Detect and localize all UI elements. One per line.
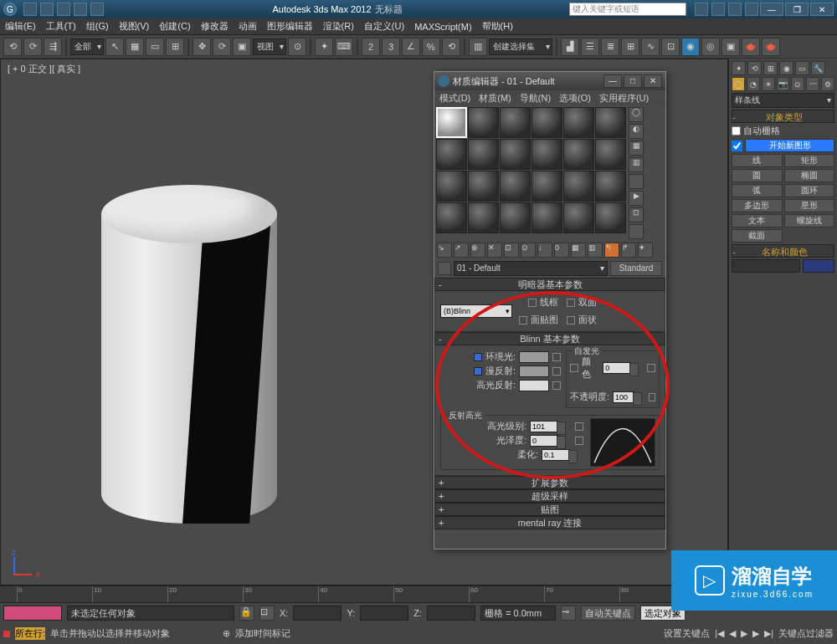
menu-item[interactable]: 实用程序(U)	[599, 92, 649, 105]
star-icon[interactable]	[728, 3, 742, 16]
panel-create-icon[interactable]: ✦	[732, 61, 746, 75]
sample-slot[interactable]	[500, 171, 531, 202]
sample-slot[interactable]	[531, 202, 562, 233]
speclevel-spinner[interactable]: 101	[530, 421, 558, 432]
menu-item[interactable]: 工具(T)	[46, 20, 76, 33]
sample-uv-icon[interactable]: ▥	[629, 157, 644, 172]
select-icon[interactable]: ↖	[105, 38, 124, 56]
play-start-icon[interactable]: |◀	[715, 628, 724, 639]
dialog-minimize-button[interactable]: —	[603, 74, 622, 88]
shader-combo[interactable]: (B)Blinn	[440, 304, 512, 318]
put-to-scene-icon[interactable]: ↗	[454, 243, 469, 258]
layers-icon[interactable]: ≣	[601, 38, 619, 56]
go-parent-icon[interactable]: ↰	[604, 243, 619, 258]
rollout-header[interactable]: +mental ray 连接	[434, 516, 665, 529]
make-preview-icon[interactable]: ▶	[629, 191, 644, 206]
mat-id-icon[interactable]: 0	[554, 243, 569, 258]
sample-slot[interactable]	[500, 107, 531, 138]
sample-slot[interactable]	[563, 139, 594, 170]
panel-modify-icon[interactable]: ⟲	[747, 61, 762, 75]
select-by-mat-icon[interactable]	[629, 224, 644, 239]
selection-filter-combo[interactable]: 全部	[70, 38, 104, 55]
rollout-header[interactable]: +贴图	[434, 503, 665, 516]
search-icon[interactable]	[695, 3, 708, 16]
material-editor-icon[interactable]: ◉	[681, 38, 700, 56]
rollout-header[interactable]: +超级采样	[434, 489, 665, 503]
pivot-icon[interactable]: ⊙	[288, 38, 306, 56]
diffuse-swatch[interactable]	[519, 365, 549, 377]
dialog-close-button[interactable]: ✕	[644, 74, 662, 88]
play-next-icon[interactable]: ▶	[752, 628, 759, 639]
menu-item[interactable]: 渲染(R)	[323, 20, 354, 33]
sample-slot[interactable]	[436, 107, 467, 138]
play-prev-icon[interactable]: ◀	[729, 628, 736, 639]
gloss-spinner[interactable]: 0	[530, 435, 558, 447]
trackbar-key[interactable]	[3, 606, 62, 621]
sample-slot[interactable]	[468, 171, 499, 202]
go-sibling-icon[interactable]: ↱	[621, 243, 636, 258]
opacity-spinner[interactable]: 100	[613, 391, 634, 403]
x-input[interactable]	[293, 606, 341, 621]
specular-map-button[interactable]	[552, 381, 561, 390]
twosided-checkbox[interactable]	[567, 299, 575, 307]
time-tag[interactable]: 添加时间标记	[235, 627, 327, 640]
wire-checkbox[interactable]	[528, 299, 537, 307]
tag-icon[interactable]: ⊕	[223, 628, 230, 639]
autogrid-checkbox[interactable]: 自动栅格	[732, 125, 834, 137]
background-icon[interactable]: ▦	[629, 141, 644, 156]
rollout-header[interactable]: +扩展参数	[434, 476, 665, 489]
tb-icon[interactable]	[57, 3, 70, 16]
z-input[interactable]	[427, 606, 475, 621]
scale-icon[interactable]: ▣	[233, 38, 251, 56]
panel-motion-icon[interactable]: ◉	[779, 61, 793, 75]
get-material-icon[interactable]: ↘	[437, 243, 452, 258]
tb-icon[interactable]	[74, 3, 87, 16]
menu-item[interactable]: 帮助(H)	[482, 20, 513, 33]
tb-icon[interactable]	[40, 3, 54, 16]
soften-spinner[interactable]: 0.1	[542, 449, 570, 461]
show-map-icon[interactable]: ▦	[571, 243, 586, 258]
snap3-icon[interactable]: 3	[382, 38, 400, 56]
create-rectangle-button[interactable]: 矩形	[784, 154, 835, 167]
sample-slot[interactable]	[595, 139, 626, 170]
dialog-titlebar[interactable]: 材质编辑器 - 01 - Default — □ ✕	[434, 72, 665, 90]
sample-slot[interactable]	[563, 171, 594, 202]
rendered-frame-icon[interactable]: ▣	[721, 38, 740, 56]
sample-slot[interactable]	[500, 139, 531, 170]
tb-icon[interactable]	[23, 3, 37, 16]
speclevel-map-button[interactable]	[575, 422, 583, 431]
dialog-maximize-button[interactable]: □	[624, 74, 642, 88]
cat-systems-icon[interactable]: ⚙	[821, 77, 834, 91]
options-icon[interactable]: ⊡	[629, 207, 644, 222]
object-color-swatch[interactable]	[803, 259, 834, 273]
render-icon[interactable]: 🫖	[742, 38, 760, 56]
si-color-checkbox[interactable]	[570, 364, 578, 372]
sample-slot[interactable]	[468, 202, 499, 233]
sample-slot[interactable]	[563, 107, 594, 138]
si-value-spinner[interactable]: 0	[603, 362, 630, 374]
subcategory-combo[interactable]: 样条线	[732, 93, 834, 108]
rollout-header[interactable]: -明暗器基本参数	[434, 278, 665, 291]
mirror-icon[interactable]: ▟	[561, 38, 579, 56]
backlight-icon[interactable]: ◐	[629, 124, 644, 139]
reset-icon[interactable]: ✕	[487, 243, 502, 258]
close-button[interactable]: ✕	[810, 3, 834, 16]
setkey-button[interactable]: 设置关键点	[664, 627, 710, 640]
show-end-icon[interactable]: ▥	[588, 243, 603, 258]
facemap-checkbox[interactable]	[519, 316, 527, 325]
gloss-map-button[interactable]	[575, 437, 583, 445]
lock-diffuse-icon[interactable]	[474, 367, 482, 376]
create-section-button[interactable]: 截面	[732, 229, 783, 243]
help-icon[interactable]	[745, 3, 758, 16]
graphite-icon[interactable]: ⊞	[621, 38, 639, 56]
minimize-button[interactable]: —	[760, 3, 783, 16]
video-color-icon[interactable]	[629, 174, 644, 189]
sample-slot[interactable]	[436, 139, 467, 170]
ambient-swatch[interactable]	[519, 351, 549, 363]
sample-slot[interactable]	[436, 171, 467, 202]
menu-item[interactable]: 创建(C)	[159, 20, 190, 33]
menu-item[interactable]: 组(G)	[86, 20, 109, 33]
rollout-header[interactable]: -名称和颜色	[732, 244, 834, 258]
rollout-header[interactable]: -Blinn 基本参数	[434, 332, 665, 345]
namedsel-icon[interactable]: ▥	[469, 38, 487, 56]
